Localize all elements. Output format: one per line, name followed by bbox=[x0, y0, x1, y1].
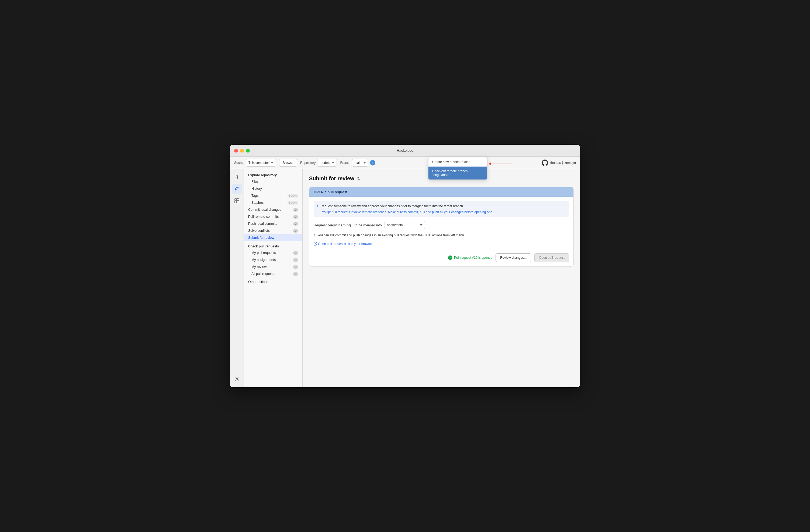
pr-actions: ✓ Pull request #19 is opened Review chan… bbox=[314, 251, 569, 262]
info-text: Request someone to review and approve yo… bbox=[321, 204, 493, 214]
sidebar-item-files[interactable]: Files bbox=[244, 178, 302, 185]
sidebar-item-submit[interactable]: Submit for review bbox=[244, 234, 302, 241]
minimize-button[interactable] bbox=[240, 149, 244, 152]
sidebar-item-my-reviews[interactable]: My reviews 0 bbox=[244, 263, 302, 270]
merge-source: origin/naming bbox=[328, 223, 351, 227]
icon-braces[interactable]: {} bbox=[232, 172, 242, 182]
browse-button[interactable]: Browse bbox=[279, 159, 297, 166]
sidebar-item-stashes[interactable]: Stashes SOON bbox=[244, 199, 302, 206]
arrow-indicator bbox=[488, 162, 512, 165]
icon-grid[interactable] bbox=[232, 196, 242, 206]
page-title: Submit for review bbox=[309, 175, 354, 182]
branch-info-icon[interactable]: i bbox=[370, 160, 375, 165]
icon-git[interactable] bbox=[232, 184, 242, 194]
branch-dropdown: Create new branch "main" Checkout remote… bbox=[428, 157, 487, 180]
branch-label: Branch bbox=[340, 161, 350, 165]
can-commit-text: You can still commit and push changes in… bbox=[318, 233, 465, 237]
svg-rect-4 bbox=[237, 199, 239, 200]
app-window: Hackolade Source This computer Browse Re… bbox=[230, 145, 580, 387]
icon-settings[interactable] bbox=[232, 374, 242, 384]
sidebar-item-commit[interactable]: Commit local changes 0 bbox=[244, 206, 302, 213]
sidebar-item-all-pull[interactable]: All pull requests 2 bbox=[244, 270, 302, 277]
status-dot: ✓ bbox=[448, 256, 452, 260]
titlebar: Hackolade bbox=[230, 145, 580, 157]
sidebar-item-tags[interactable]: Tags SOON bbox=[244, 192, 302, 199]
arrow-line bbox=[491, 164, 512, 164]
pr-can-commit-row: i You can still commit and push changes … bbox=[314, 233, 569, 238]
svg-point-2 bbox=[235, 190, 236, 191]
repository-section: Repository models bbox=[300, 159, 337, 166]
maximize-button[interactable] bbox=[246, 149, 250, 152]
my-reviews-badge: 0 bbox=[293, 265, 298, 269]
my-assignments-badge: 0 bbox=[293, 258, 298, 262]
open-pull-request-button[interactable]: Open pull request bbox=[534, 253, 569, 262]
check-section-title: Check pull requests bbox=[244, 242, 302, 249]
username: thomas-jakemeyn bbox=[550, 161, 576, 165]
sidebar-item-my-pull[interactable]: My pull requests 2 bbox=[244, 249, 302, 256]
branch-option-create[interactable]: Create new branch "main" bbox=[428, 157, 487, 166]
tags-soon-badge: SOON bbox=[288, 194, 298, 197]
svg-point-7 bbox=[236, 378, 238, 380]
pr-merge-row: Request origin/naming to be merged into … bbox=[314, 221, 569, 229]
merge-text-mid: to be merged into bbox=[355, 223, 382, 227]
refresh-icon[interactable]: ↻ bbox=[357, 176, 360, 181]
push-badge: 0 bbox=[293, 222, 298, 226]
info-icon-i: i bbox=[317, 204, 318, 208]
svg-point-0 bbox=[235, 187, 236, 188]
svg-rect-6 bbox=[237, 201, 239, 203]
my-pull-badge: 2 bbox=[293, 251, 298, 255]
source-section: Source This computer bbox=[234, 159, 276, 166]
pr-link-row: Open pull request #19 in your browser bbox=[314, 242, 569, 246]
review-changes-button[interactable]: Review changes... bbox=[496, 253, 531, 262]
can-commit-icon: i bbox=[314, 233, 315, 238]
pr-status: ✓ Pull request #19 is opened bbox=[448, 256, 492, 260]
svg-rect-5 bbox=[235, 201, 237, 203]
conflicts-badge: 0 bbox=[293, 229, 298, 232]
arrow-head bbox=[488, 162, 491, 165]
icon-sidebar: {} bbox=[230, 169, 244, 387]
all-pull-badge: 2 bbox=[293, 272, 298, 276]
external-link-icon bbox=[314, 242, 317, 245]
branch-option-checkout[interactable]: Checkout remote branch "origin/main" bbox=[428, 166, 487, 179]
open-pr-link[interactable]: Open pull request #19 in your browser bbox=[314, 242, 569, 246]
svg-point-1 bbox=[238, 187, 239, 188]
sidebar-item-pull[interactable]: Pull remote commits 0 bbox=[244, 213, 302, 220]
stashes-soon-badge: SOON bbox=[288, 201, 298, 205]
branch-select[interactable]: main bbox=[352, 159, 368, 166]
sidebar-item-my-assignments[interactable]: My assignments 0 bbox=[244, 256, 302, 263]
sidebar-item-push[interactable]: Push local commits 0 bbox=[244, 220, 302, 227]
pr-card-header: OPEN a pull request bbox=[309, 187, 573, 197]
source-select[interactable]: This computer bbox=[246, 159, 276, 166]
pr-info-row: i Request someone to review and approve … bbox=[314, 201, 569, 217]
left-sidebar: Explore repository Files History Tags SO… bbox=[244, 169, 303, 387]
status-text: Pull request #19 is opened bbox=[454, 256, 492, 259]
branch-section: Branch main i bbox=[340, 159, 375, 166]
source-label: Source bbox=[234, 161, 244, 165]
sidebar-item-conflicts[interactable]: Solve conflicts 0 bbox=[244, 227, 302, 234]
merge-text-pre: Request origin/naming bbox=[314, 223, 352, 227]
toolbar: Source This computer Browse Repository m… bbox=[230, 157, 580, 169]
sidebar-item-other[interactable]: Other actions bbox=[244, 278, 302, 286]
repository-label: Repository bbox=[300, 161, 315, 165]
window-controls bbox=[234, 149, 250, 152]
merge-target-select[interactable]: origin/main bbox=[385, 221, 425, 229]
pr-card-body: i Request someone to review and approve … bbox=[309, 197, 573, 266]
commit-badge: 0 bbox=[293, 208, 298, 212]
close-button[interactable] bbox=[234, 149, 238, 152]
svg-rect-3 bbox=[235, 199, 237, 200]
pr-card: OPEN a pull request i Request someone to… bbox=[309, 187, 574, 267]
explore-section-title: Explore repository bbox=[244, 171, 302, 178]
pull-badge: 0 bbox=[293, 215, 298, 219]
sidebar-item-history[interactable]: History bbox=[244, 185, 302, 192]
repository-select[interactable]: models bbox=[317, 159, 337, 166]
app-title: Hackolade bbox=[396, 148, 413, 152]
github-icon bbox=[541, 160, 548, 166]
main-content: Submit for review ↻ OPEN a pull request … bbox=[303, 169, 580, 387]
main-layout: {} bbox=[230, 169, 580, 387]
user-section: thomas-jakemeyn bbox=[541, 160, 576, 166]
pro-tip-link[interactable]: Pro tip: pull requests involve remote br… bbox=[321, 210, 493, 214]
